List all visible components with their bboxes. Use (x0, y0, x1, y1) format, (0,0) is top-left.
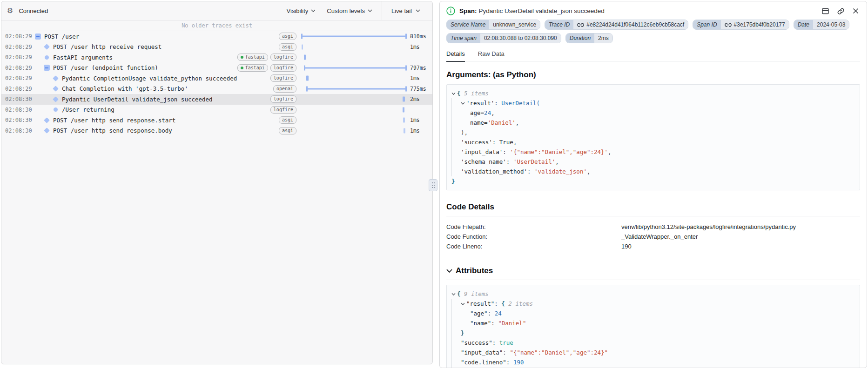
collapse-chevron-icon[interactable] (446, 269, 452, 273)
duration-track (302, 115, 406, 126)
trace-row[interactable]: 02:08:29Pydantic CompletionUsage validat… (1, 73, 432, 84)
duration-label: 2ms (410, 96, 420, 102)
collapse-square-icon[interactable] (34, 34, 42, 40)
code-line: 'success': True, (451, 137, 855, 147)
custom-levels-dropdown[interactable]: Custom levels (327, 7, 372, 14)
panel-resize-handle[interactable] (429, 179, 437, 191)
collapse-square-icon[interactable] (43, 65, 51, 71)
tag-asgi[interactable]: asgi (279, 33, 296, 40)
span-time: 02:08:29 (5, 86, 34, 92)
tag-group: openai (273, 85, 296, 93)
trace-row[interactable]: 02:08:30POST /user http send response.st… (1, 115, 432, 126)
indent-guide (451, 167, 461, 176)
badge-value[interactable]: #3e175db4f0b20177 (721, 20, 789, 29)
badge-row-2: Time span02:08:30.088 to 02:08:30.090Dur… (446, 33, 860, 43)
duration-track (302, 73, 406, 84)
trace-row[interactable]: 02:08:29POST /userasgi810ms (1, 31, 432, 42)
badge-value: 2ms (594, 34, 612, 43)
tag-asgi[interactable]: asgi (279, 127, 296, 134)
code-details-heading: Code Details (446, 202, 860, 216)
badge-value: 2024-05-03 (813, 20, 849, 29)
span-duration-bar (307, 88, 406, 89)
badge-span-id: Span ID#3e175db4f0b20177 (693, 20, 789, 30)
span-label: POST /user http receive request (53, 43, 161, 50)
indent-guide (461, 309, 470, 318)
code-line: "schema_name": "UserDetail" (451, 367, 855, 368)
live-tail-dropdown[interactable]: Live tail (382, 1, 432, 20)
span-duration-bar (304, 67, 406, 68)
span-time: 02:08:30 (5, 96, 34, 102)
trace-row[interactable]: 02:08:30POST /user http send response.bo… (1, 126, 432, 136)
diamond-icon (43, 118, 51, 122)
indent-guide (451, 299, 461, 309)
trace-row[interactable]: 02:08:29POST /user http receive requesta… (1, 42, 432, 53)
duration-label: 810ms (410, 33, 426, 40)
attributes-heading[interactable]: Attributes (446, 266, 860, 280)
indent-guide (451, 338, 461, 348)
tag-openai[interactable]: openai (273, 85, 296, 93)
badge-label: Span ID (693, 20, 720, 29)
duration-label: 1ms (410, 117, 420, 123)
indent-guide (451, 367, 461, 368)
badge-duration: Duration2ms (565, 33, 613, 43)
code-line: 'input_data': '{"name":"Daniel","age":24… (451, 147, 855, 157)
detail-label: Code Function: (446, 233, 621, 240)
trace-row[interactable]: 02:08:29Chat Completion with 'gpt-3.5-tu… (1, 84, 432, 94)
span-duration-tick (306, 76, 309, 81)
badge-trace-id: Trace ID#e8224d24d41f064b112c6eb9cb58cac… (545, 20, 688, 30)
tag-asgi[interactable]: asgi (279, 116, 296, 124)
diamond-icon (52, 76, 60, 81)
tag-fastapi[interactable]: fastapi (237, 64, 268, 72)
collapse-chevron-icon[interactable] (461, 98, 465, 108)
indent-guide (461, 318, 470, 328)
badge-service-name: Service Nameunknown_service (446, 20, 540, 30)
tag-logfire[interactable]: logfire (270, 54, 296, 61)
tag-logfire[interactable]: logfire (270, 74, 296, 82)
tag-logfire[interactable]: logfire (270, 64, 296, 72)
indent-guide (451, 137, 461, 147)
span-duration-tick (403, 97, 405, 102)
span-duration-bar (302, 36, 406, 37)
code-line: ), (451, 127, 855, 137)
badge-value[interactable]: #e8224d24d41f064b112c6eb9cb58cacf (573, 20, 688, 29)
indent-guide (451, 328, 461, 338)
copy-link-icon[interactable] (837, 7, 845, 15)
trace-row[interactable]: 02:08:30Pydantic UserDetail validate_jso… (1, 94, 432, 105)
indent-guide (461, 118, 470, 127)
trace-row[interactable]: 02:08:30/User returninglogfire (1, 105, 432, 115)
arguments-code-block: { 5 items'result': UserDetail(age=24,nam… (446, 84, 860, 190)
indent-guide (451, 357, 461, 367)
indent-guide (451, 108, 461, 118)
collapse-chevron-icon[interactable] (451, 289, 456, 299)
chevron-down-icon (311, 9, 316, 12)
circle-icon (52, 107, 60, 112)
dock-panel-icon[interactable] (821, 7, 829, 15)
trace-row[interactable]: 02:08:29POST /user (endpoint_function)fa… (1, 63, 432, 74)
trace-row[interactable]: 02:08:29FastAPI argumentsfastapilogfire (1, 52, 432, 63)
span-label: Pydantic UserDetail validate_json succee… (62, 96, 213, 103)
code-line: "success": true (451, 338, 855, 348)
diamond-icon (52, 87, 60, 91)
span-time: 02:08:30 (5, 117, 34, 123)
span-time: 02:08:29 (5, 65, 34, 71)
tag-fastapi[interactable]: fastapi (237, 54, 268, 61)
tab-raw-data[interactable]: Raw Data (478, 50, 505, 61)
tag-logfire[interactable]: logfire (270, 95, 296, 103)
trace-toolbar: ⚙ Connected Visibility Custom levels Liv… (1, 1, 432, 20)
tab-details[interactable]: Details (446, 50, 465, 62)
code-details-table: Code Filepath:venv/lib/python3.12/site-p… (440, 222, 867, 251)
close-icon[interactable] (852, 7, 859, 14)
span-time: 02:08:30 (5, 107, 34, 113)
visibility-dropdown[interactable]: Visibility (287, 7, 316, 14)
badge-value: 02:08:30.088 to 02:08:30.090 (480, 34, 561, 43)
settings-gear-icon[interactable]: ⚙ (7, 7, 13, 15)
detail-value: venv/lib/python3.12/site-packages/logfir… (621, 223, 796, 230)
connection-status: Connected (19, 7, 48, 14)
duration-label: 797ms (410, 65, 426, 71)
collapse-chevron-icon[interactable] (451, 88, 456, 98)
collapse-chevron-icon[interactable] (461, 299, 465, 309)
tag-logfire[interactable]: logfire (270, 106, 296, 114)
tag-group: logfire (270, 95, 296, 103)
tag-asgi[interactable]: asgi (279, 43, 296, 51)
span-time: 02:08:29 (5, 33, 34, 40)
